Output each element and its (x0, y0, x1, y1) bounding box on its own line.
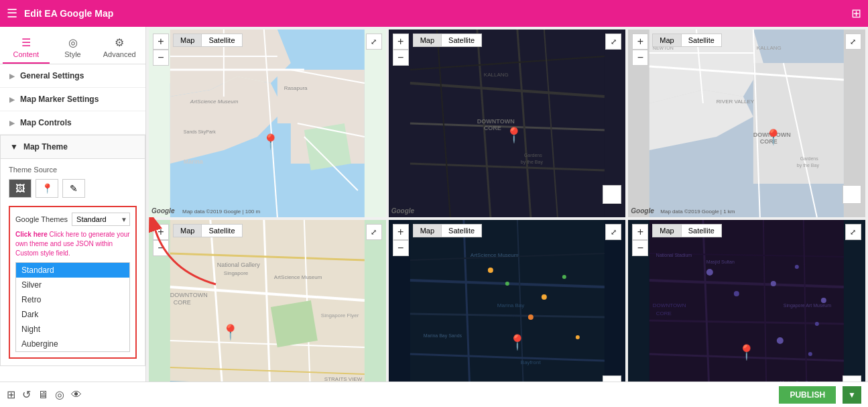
svg-text:STRAITS VIEW: STRAITS VIEW (324, 376, 363, 382)
map-btn-std2[interactable]: Map (174, 225, 202, 237)
map-cell-dark: KALLANG DOWNTOWN CORE Gardens by the Bay… (389, 30, 626, 217)
svg-text:Marina: Marina (184, 158, 204, 165)
theme-source-pin-btn[interactable]: 📍 (36, 179, 58, 198)
zoom-out-btn-aub[interactable]: − (632, 240, 648, 256)
google-watermark-dark: Google (391, 207, 414, 215)
dropdown-item-aubergine[interactable]: Aubergine (16, 337, 129, 351)
svg-text:DOWNTOWN: DOWNTOWN (653, 302, 686, 308)
satellite-btn-std2[interactable]: Satellite (202, 225, 241, 237)
main-layout: ☰ Content ◎ Style ⚙ Advanced ▶ General S… (0, 27, 868, 382)
satellite-btn-gray[interactable]: Satellite (682, 34, 721, 46)
desktop-icon[interactable]: 🖥 (38, 389, 48, 401)
dropdown-item-retro[interactable]: Retro (16, 292, 129, 307)
map-type-controls-gray: Map Satellite (652, 34, 722, 47)
content-tab-icon: ☰ (4, 36, 48, 49)
expand-btn-std2[interactable]: ⤢ (366, 224, 382, 240)
undo-icon[interactable]: ↺ (22, 388, 31, 401)
zoom-in-btn-night[interactable]: + (393, 224, 409, 240)
expand-btn-aub[interactable]: ⤢ (845, 224, 861, 240)
dropdown-item-night[interactable]: Night (16, 322, 129, 337)
dropdown-item-dark[interactable]: Dark (16, 307, 129, 322)
google-themes-label: Google Themes (15, 215, 68, 223)
map-btn[interactable]: Map (174, 34, 202, 46)
zoom-in-btn-dark[interactable]: + (393, 34, 409, 50)
general-settings-header[interactable]: ▶ General Settings (0, 64, 145, 87)
expand-btn-gray[interactable]: ⤢ (845, 34, 861, 50)
expand-btn[interactable]: ⤢ (366, 34, 382, 50)
grid-icon[interactable]: ⊞ (851, 6, 861, 21)
zoom-out-btn-std2[interactable]: − (153, 240, 169, 256)
expand-btn-night[interactable]: ⤢ (605, 224, 621, 240)
satellite-btn-night[interactable]: Satellite (442, 225, 481, 237)
page-title: Edit EA Google Map (24, 8, 845, 19)
google-themes-select[interactable]: Standard Silver Retro Dark Night Aubergi… (72, 213, 130, 226)
theme-source-edit-btn[interactable]: ✎ (62, 179, 85, 198)
map-btn-dark[interactable]: Map (414, 34, 442, 46)
map-marker-header[interactable]: ▶ Map Marker Settings (0, 88, 145, 111)
click-here-link[interactable]: Click here (15, 231, 48, 238)
svg-text:Masjid Sultan: Masjid Sultan (706, 259, 735, 265)
satellite-btn[interactable]: Satellite (202, 34, 241, 46)
map-btn-gray[interactable]: Map (653, 34, 681, 46)
svg-point-100 (734, 291, 739, 296)
svg-point-101 (771, 281, 776, 286)
svg-text:ArtScience Museum: ArtScience Museum (470, 252, 518, 258)
layers-icon[interactable]: ⊞ (7, 388, 15, 401)
svg-text:DOWNTOWN: DOWNTOWN (170, 292, 208, 298)
map-btn-night[interactable]: Map (414, 225, 442, 237)
menu-icon[interactable]: ☰ (7, 6, 17, 21)
tab-advanced[interactable]: ⚙ Advanced (96, 32, 143, 64)
svg-text:National Gallery: National Gallery (217, 261, 261, 268)
map-btn-aub[interactable]: Map (653, 225, 681, 237)
zoom-in-btn[interactable]: + (153, 34, 169, 50)
zoom-out-btn-gray[interactable]: − (632, 50, 648, 66)
google-themes-wrapper: Google Themes Standard Silver Retro Dark… (9, 206, 137, 359)
map-theme-content: Theme Source 🖼 📍 ✎ Google Themes Standar… (1, 159, 145, 365)
svg-text:National Stadium: National Stadium (656, 253, 692, 257)
map-zoom-controls-aub: + − (632, 224, 648, 256)
svg-text:Rasapura: Rasapura (284, 85, 308, 91)
svg-text:Bayfront: Bayfront (520, 359, 541, 365)
satellite-btn-dark[interactable]: Satellite (442, 34, 481, 46)
zoom-out-btn-night[interactable]: − (393, 240, 409, 256)
theme-source-label: Theme Source (9, 166, 137, 174)
map-zoom-controls: + − (153, 34, 169, 66)
zoom-out-btn-dark[interactable]: − (393, 50, 409, 66)
tab-style[interactable]: ◎ Style (50, 32, 97, 64)
zoom-in-btn-gray[interactable]: + (632, 34, 648, 50)
dropdown-item-silver[interactable]: Silver (16, 278, 129, 292)
zoom-out-btn[interactable]: − (153, 50, 169, 66)
zoom-in-btn-std2[interactable]: + (153, 224, 169, 240)
satellite-btn-aub[interactable]: Satellite (682, 225, 721, 237)
tab-content[interactable]: ☰ Content (3, 32, 50, 64)
map-controls-header[interactable]: ▶ Map Controls (0, 111, 145, 134)
svg-point-80 (487, 268, 493, 273)
svg-text:📍: 📍 (221, 323, 240, 341)
map-zoom-controls-std2: + − (153, 224, 169, 256)
svg-text:Singapore Flyer: Singapore Flyer (321, 312, 359, 318)
svg-text:📍: 📍 (765, 128, 784, 146)
publish-button[interactable]: PUBLISH (779, 386, 836, 404)
click-here-text: Click here Click here to generate your o… (15, 230, 130, 258)
svg-text:KALLANG: KALLANG (483, 72, 508, 78)
map-theme-header[interactable]: ▼ Map Theme (1, 135, 145, 159)
content-area: ArtScience Museum Sands SkyPark Rasapura… (146, 27, 868, 382)
map-white-sq-night (603, 375, 621, 382)
chevron-icon: ▶ (9, 96, 15, 103)
svg-rect-40 (753, 63, 844, 130)
circle-icon[interactable]: ◎ (55, 388, 64, 401)
svg-text:📍: 📍 (738, 343, 757, 361)
svg-text:Singapore Art Museum: Singapore Art Museum (784, 303, 831, 308)
expand-btn-dark[interactable]: ⤢ (605, 34, 621, 50)
svg-text:DOWNTOWN: DOWNTOWN (477, 118, 514, 125)
map-white-sq-aub (843, 375, 861, 382)
dropdown-item-standard[interactable]: Standard (16, 263, 129, 278)
chevron-icon: ▶ (9, 72, 15, 80)
zoom-in-btn-aub[interactable]: + (632, 224, 648, 240)
map-marker-section: ▶ Map Marker Settings (0, 88, 145, 111)
theme-source-image-btn[interactable]: 🖼 (9, 179, 32, 198)
sidebar: ☰ Content ◎ Style ⚙ Advanced ▶ General S… (0, 27, 146, 382)
publish-arrow-button[interactable]: ▼ (843, 386, 861, 404)
svg-text:by the Bay: by the Bay (797, 163, 820, 168)
eye-icon[interactable]: 👁 (71, 389, 82, 401)
